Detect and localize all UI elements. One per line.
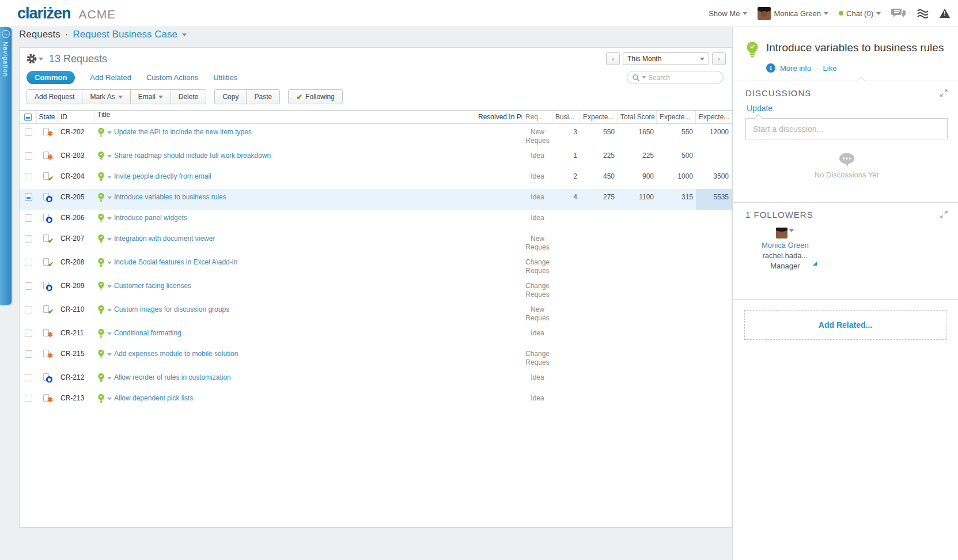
activity-stream-button[interactable] bbox=[917, 8, 929, 18]
chevron-down-icon[interactable] bbox=[107, 309, 112, 312]
request-title-link[interactable]: Customer facing licenses bbox=[114, 282, 191, 290]
row-checkbox[interactable] bbox=[25, 374, 32, 381]
chevron-down-icon[interactable] bbox=[107, 262, 112, 264]
grid-settings-button[interactable] bbox=[26, 54, 43, 64]
select-all-checkbox[interactable] bbox=[24, 113, 32, 121]
lightbulb-icon[interactable] bbox=[97, 305, 105, 315]
like-link[interactable]: Like bbox=[823, 64, 837, 73]
more-info-link[interactable]: More info bbox=[780, 64, 811, 73]
row-checkbox[interactable] bbox=[25, 350, 32, 358]
paste-button[interactable]: Paste bbox=[247, 89, 280, 104]
mark-as-button[interactable]: Mark As bbox=[82, 89, 130, 104]
chevron-down-icon[interactable] bbox=[107, 131, 112, 134]
table-row[interactable]: CR-205 Introduce variables to business r… bbox=[20, 189, 732, 210]
avatar[interactable] bbox=[776, 228, 787, 239]
table-row[interactable]: CR-204 Invite people directly from email… bbox=[20, 168, 732, 189]
column-header-expected-2[interactable]: Expecte... bbox=[657, 111, 696, 123]
lightbulb-icon[interactable] bbox=[97, 373, 105, 383]
navigation-flyout-tab[interactable]: → Navigation bbox=[0, 27, 12, 305]
copy-button[interactable]: Copy bbox=[214, 89, 247, 104]
table-row[interactable]: CR-212 Allow reorder of rules in customi… bbox=[20, 369, 732, 390]
chevron-down-icon[interactable] bbox=[107, 285, 112, 288]
discussion-input[interactable] bbox=[745, 118, 948, 139]
lightbulb-icon[interactable] bbox=[97, 393, 105, 403]
table-row[interactable]: CR-213 Allow dependent pick lists Idea bbox=[20, 390, 732, 411]
column-header-total-score[interactable]: Total Score bbox=[618, 111, 657, 123]
chevron-down-icon[interactable] bbox=[107, 155, 112, 158]
update-link[interactable]: Update bbox=[747, 104, 773, 113]
search-input[interactable] bbox=[648, 74, 711, 82]
tab-common[interactable]: Common bbox=[26, 71, 75, 84]
chevron-down-icon[interactable] bbox=[107, 353, 112, 356]
expand-icon[interactable] bbox=[940, 211, 948, 218]
column-header-id[interactable]: ID bbox=[58, 111, 94, 123]
request-title-link[interactable]: Introduce variables to business rules bbox=[114, 193, 226, 201]
column-header-request-type[interactable]: Req... bbox=[522, 111, 552, 123]
request-title-link[interactable]: Allow dependent pick lists bbox=[114, 394, 193, 402]
request-title-link[interactable]: Share roadmap should include full work b… bbox=[114, 152, 271, 160]
following-toggle[interactable]: ✔ Following bbox=[288, 89, 343, 104]
lightbulb-icon[interactable] bbox=[97, 281, 105, 291]
lightbulb-icon[interactable] bbox=[97, 192, 105, 202]
chevron-down-icon[interactable] bbox=[107, 217, 112, 220]
table-row[interactable]: CR-202 Update the API to include the new… bbox=[20, 124, 732, 147]
table-row[interactable]: CR-206 Introduce panel widgets Idea bbox=[20, 210, 732, 230]
next-period-button[interactable]: › bbox=[712, 52, 726, 65]
tab-utilities[interactable]: Utilities bbox=[213, 73, 237, 82]
chevron-down-icon[interactable] bbox=[107, 332, 112, 335]
request-title-link[interactable]: Conditional formatting bbox=[114, 329, 181, 337]
column-header-title[interactable]: Title bbox=[94, 111, 475, 123]
row-checkbox[interactable] bbox=[25, 306, 32, 313]
tab-add-related[interactable]: Add Related bbox=[90, 73, 131, 82]
delete-button[interactable]: Delete bbox=[171, 89, 207, 104]
tab-custom-actions[interactable]: Custom Actions bbox=[146, 73, 198, 82]
show-me-menu[interactable]: Show Me bbox=[709, 9, 747, 18]
column-header-resolved[interactable]: Resolved In Pr... bbox=[475, 111, 522, 123]
chat-menu[interactable]: Chat (0) bbox=[839, 9, 881, 18]
table-row[interactable]: CR-211 Conditional formatting Idea bbox=[20, 325, 732, 346]
table-row[interactable]: CR-215 Add expenses module to mobile sol… bbox=[20, 346, 732, 369]
row-checkbox[interactable] bbox=[25, 259, 32, 266]
column-header-expected-1[interactable]: Expecte... bbox=[580, 111, 618, 123]
lightbulb-icon[interactable] bbox=[97, 258, 105, 267]
row-checkbox[interactable] bbox=[25, 128, 32, 136]
table-row[interactable]: CR-207 Integration with document viewer … bbox=[20, 230, 732, 254]
follower-name-link[interactable]: Monica Green bbox=[762, 241, 809, 249]
request-title-link[interactable]: Invite people directly from email bbox=[114, 172, 211, 180]
add-related-dropzone[interactable]: Add Related... bbox=[744, 310, 946, 340]
add-request-button[interactable]: Add Request bbox=[26, 89, 82, 104]
row-checkbox[interactable] bbox=[25, 395, 32, 402]
row-checkbox[interactable] bbox=[25, 282, 32, 290]
lightbulb-icon[interactable] bbox=[97, 234, 105, 244]
chevron-down-icon[interactable] bbox=[107, 398, 112, 400]
expand-icon[interactable] bbox=[940, 89, 948, 97]
request-title-link[interactable]: Include Social features in Excel A\add-i… bbox=[114, 258, 237, 266]
email-button[interactable]: Email bbox=[131, 89, 171, 104]
request-title-link[interactable]: Update the API to include the new item t… bbox=[114, 128, 252, 136]
user-menu[interactable]: Monica Green bbox=[758, 7, 828, 20]
chevron-down-icon[interactable] bbox=[107, 176, 112, 179]
row-checkbox[interactable] bbox=[25, 194, 32, 201]
lightbulb-icon[interactable] bbox=[97, 172, 105, 181]
add-related-link[interactable]: Add Related... bbox=[819, 320, 872, 330]
prev-period-button[interactable]: ‹ bbox=[606, 52, 620, 65]
request-title-link[interactable]: Introduce panel widgets bbox=[114, 214, 187, 222]
table-row[interactable]: CR-208 Include Social features in Excel … bbox=[20, 254, 732, 278]
period-select[interactable]: This Month bbox=[623, 52, 709, 65]
request-title-link[interactable]: Allow reorder of rules in customization bbox=[114, 373, 231, 381]
lightbulb-icon[interactable] bbox=[97, 127, 105, 137]
discussions-icon-button[interactable] bbox=[891, 7, 906, 19]
request-title-link[interactable]: Integration with document viewer bbox=[114, 234, 215, 243]
request-title-link[interactable]: Custom images for discussion groups bbox=[114, 305, 229, 313]
row-checkbox[interactable] bbox=[25, 235, 32, 243]
table-row[interactable]: CR-209 Customer facing licenses Change R… bbox=[20, 278, 732, 301]
chevron-down-icon[interactable] bbox=[789, 229, 794, 232]
breadcrumb-view-selector[interactable]: Request Business Case bbox=[73, 29, 177, 40]
chevron-down-icon[interactable] bbox=[182, 33, 187, 36]
alerts-button[interactable] bbox=[940, 9, 950, 18]
lightbulb-icon[interactable] bbox=[97, 328, 105, 338]
chevron-down-icon[interactable] bbox=[107, 196, 112, 199]
table-row[interactable]: CR-203 Share roadmap should include full… bbox=[20, 147, 732, 168]
column-header-business[interactable]: Busi... bbox=[552, 111, 580, 123]
request-title-link[interactable]: Add expenses module to mobile solution bbox=[114, 350, 238, 358]
